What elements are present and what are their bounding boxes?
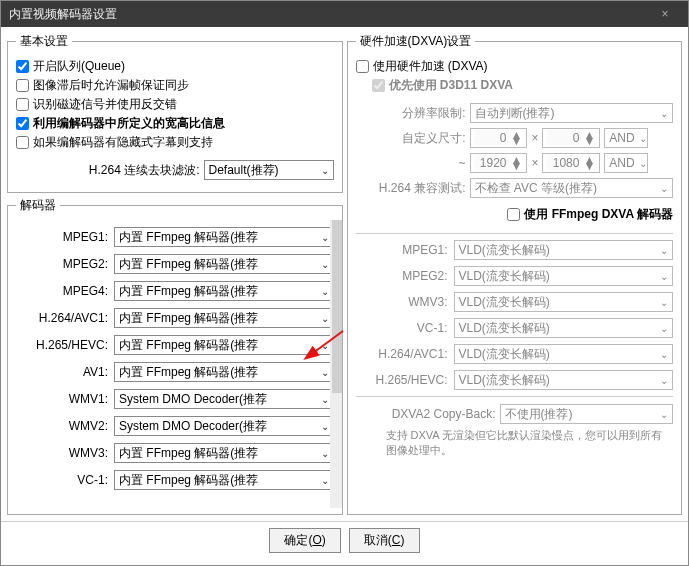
chevron-down-icon: ⌄ <box>660 271 668 282</box>
h264-deblock-select[interactable]: Default(推荐)⌄ <box>204 160 334 180</box>
decoder-label: H.264/AVC1: <box>16 311 108 325</box>
dxva-select-0: VLD(流变长解码)⌄ <box>454 240 674 260</box>
cb-ffmpeg-dxva[interactable]: 使用 FFmpeg DXVA 解码器 <box>507 206 673 223</box>
cancel-button[interactable]: 取消(C) <box>349 528 420 553</box>
h2-input: ▲▼ <box>542 153 600 173</box>
dxva-select-5: VLD(流变长解码)⌄ <box>454 370 674 390</box>
w2-input: ▲▼ <box>470 153 528 173</box>
compat-select: 不检查 AVC 等级(推荐)⌄ <box>470 178 674 198</box>
res-limit-label: 分辨率限制: <box>356 105 466 122</box>
decoder-select-7[interactable]: System DMO Decoder(推荐⌄ <box>114 416 334 436</box>
dxva-select-3: VLD(流变长解码)⌄ <box>454 318 674 338</box>
chevron-down-icon: ⌄ <box>321 448 329 459</box>
decoder-select-5[interactable]: 内置 FFmpeg 解码器(推荐⌄ <box>114 362 334 382</box>
cb-hw-accel[interactable]: 使用硬件加速 (DXVA) <box>356 58 674 75</box>
cb-queue[interactable]: 开启队列(Queue) <box>16 58 334 75</box>
window-title: 内置视频解码器设置 <box>9 6 650 23</box>
chevron-down-icon: ⌄ <box>321 259 329 270</box>
decoder-label: VC-1: <box>16 473 108 487</box>
ok-button[interactable]: 确定(O) <box>269 528 340 553</box>
dxva-select-2: VLD(流变长解码)⌄ <box>454 292 674 312</box>
chevron-down-icon: ⌄ <box>660 108 668 119</box>
chevron-down-icon: ⌄ <box>321 286 329 297</box>
chevron-down-icon: ⌄ <box>321 394 329 405</box>
cb-subtitle[interactable]: 如果编解码器有隐藏式字幕则支持 <box>16 134 334 151</box>
custom-size-label: 自定义尺寸: <box>356 130 466 147</box>
decoder-label: WMV3: <box>16 446 108 460</box>
decoder-label: MPEG2: <box>16 257 108 271</box>
spin-down-icon: ▼ <box>583 138 595 144</box>
copyback-label: DXVA2 Copy-Back: <box>356 407 496 421</box>
decoders-legend: 解码器 <box>16 197 60 214</box>
basic-legend: 基本设置 <box>16 33 72 50</box>
cb-d3d11: 优先使用 D3D11 DXVA <box>372 77 674 94</box>
chevron-down-icon: ⌄ <box>321 232 329 243</box>
chevron-down-icon: ⌄ <box>660 297 668 308</box>
basic-settings-group: 基本设置 开启队列(Queue) 图像滞后时允许漏帧保证同步 识别磁迹信号并使用… <box>7 33 343 193</box>
decoder-select-1[interactable]: 内置 FFmpeg 解码器(推荐⌄ <box>114 254 334 274</box>
dxva-label: H.265/HEVC: <box>356 373 448 387</box>
dxva-group: 硬件加速(DXVA)设置 使用硬件加速 (DXVA) 优先使用 D3D11 DX… <box>347 33 683 515</box>
cb-mag[interactable]: 识别磁迹信号并使用反交错 <box>16 96 334 113</box>
dxva-label: VC-1: <box>356 321 448 335</box>
scrollbar[interactable] <box>330 220 343 508</box>
decoder-select-6[interactable]: System DMO Decoder(推荐⌄ <box>114 389 334 409</box>
op1-select: AND⌄ <box>604 128 648 148</box>
close-icon[interactable]: × <box>650 7 680 21</box>
chevron-down-icon: ⌄ <box>660 245 668 256</box>
decoder-select-3[interactable]: 内置 FFmpeg 解码器(推荐⌄ <box>114 308 334 328</box>
dxva-label: H.264/AVC1: <box>356 347 448 361</box>
spin-down-icon: ▼ <box>583 163 595 169</box>
decoder-select-0[interactable]: 内置 FFmpeg 解码器(推荐⌄ <box>114 227 334 247</box>
dxva-label: WMV3: <box>356 295 448 309</box>
dxva-label: MPEG2: <box>356 269 448 283</box>
h264-deblock-label: H.264 连续去块滤波: <box>16 162 200 179</box>
chevron-down-icon: ⌄ <box>321 367 329 378</box>
cb-lag[interactable]: 图像滞后时允许漏帧保证同步 <box>16 77 334 94</box>
chevron-down-icon: ⌄ <box>660 375 668 386</box>
dxva-select-4: VLD(流变长解码)⌄ <box>454 344 674 364</box>
spin-down-icon: ▼ <box>511 138 523 144</box>
spin-down-icon: ▼ <box>511 163 523 169</box>
w1-input: ▲▼ <box>470 128 528 148</box>
decoder-label: MPEG4: <box>16 284 108 298</box>
copyback-hint: 支持 DXVA 无渲染但它比默认渲染慢点，您可以用到所有图像处理中。 <box>356 428 674 459</box>
decoder-label: WMV2: <box>16 419 108 433</box>
cb-aspect[interactable]: 利用编解码器中所定义的宽高比信息 <box>16 115 334 132</box>
titlebar: 内置视频解码器设置 × <box>1 1 688 27</box>
compat-label: H.264 兼容测试: <box>356 180 466 197</box>
decoder-select-4[interactable]: 内置 FFmpeg 解码器(推荐⌄ <box>114 335 334 355</box>
footer: 确定(O) 取消(C) <box>1 521 688 559</box>
copyback-select: 不使用(推荐)⌄ <box>500 404 674 424</box>
h1-input: ▲▼ <box>542 128 600 148</box>
res-limit-select: 自动判断(推荐)⌄ <box>470 103 674 123</box>
chevron-down-icon: ⌄ <box>321 340 329 351</box>
dxva-legend: 硬件加速(DXVA)设置 <box>356 33 476 50</box>
op2-select: AND⌄ <box>604 153 648 173</box>
chevron-down-icon: ⌄ <box>660 349 668 360</box>
chevron-down-icon: ⌄ <box>660 323 668 334</box>
decoder-label: WMV1: <box>16 392 108 406</box>
chevron-down-icon: ⌄ <box>321 165 329 176</box>
decoder-label: MPEG1: <box>16 230 108 244</box>
decoder-label: H.265/HEVC: <box>16 338 108 352</box>
chevron-down-icon: ⌄ <box>321 421 329 432</box>
chevron-down-icon: ⌄ <box>321 475 329 486</box>
decoder-label: AV1: <box>16 365 108 379</box>
dxva-label: MPEG1: <box>356 243 448 257</box>
tilde-label: ~ <box>356 156 466 170</box>
decoder-select-2[interactable]: 内置 FFmpeg 解码器(推荐⌄ <box>114 281 334 301</box>
decoders-group: 解码器 MPEG1:内置 FFmpeg 解码器(推荐⌄MPEG2:内置 FFmp… <box>7 197 343 515</box>
decoder-select-9[interactable]: 内置 FFmpeg 解码器(推荐⌄ <box>114 470 334 490</box>
chevron-down-icon: ⌄ <box>321 313 329 324</box>
decoder-select-8[interactable]: 内置 FFmpeg 解码器(推荐⌄ <box>114 443 334 463</box>
dxva-select-1: VLD(流变长解码)⌄ <box>454 266 674 286</box>
